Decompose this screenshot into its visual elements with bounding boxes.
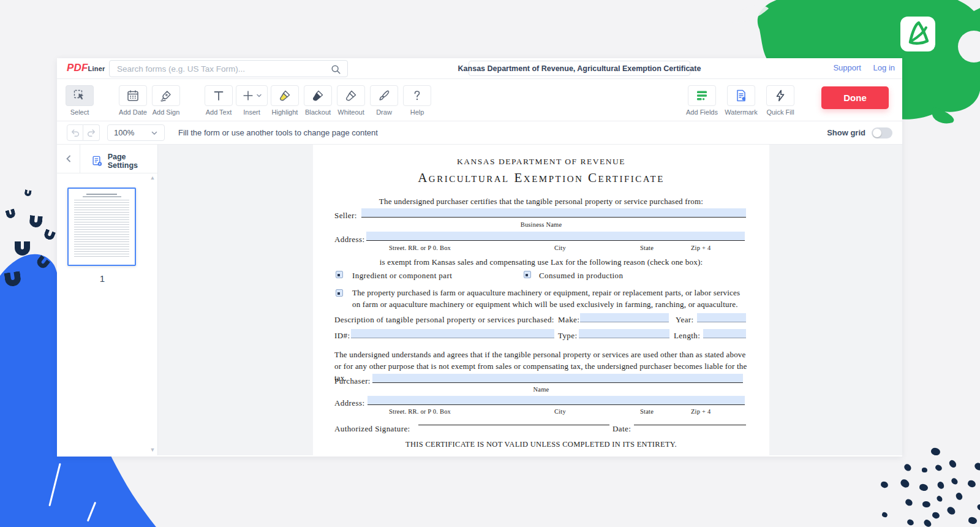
farm-machinery-checkbox[interactable] (336, 289, 343, 297)
main-toolbar: Select Add Date Add Sign (57, 79, 902, 121)
text-icon (211, 88, 226, 103)
tool-add-text[interactable]: Add Text (202, 85, 235, 116)
dot-decoration (967, 479, 977, 488)
dot-decoration (946, 506, 957, 516)
tool-help[interactable]: Help (401, 85, 434, 116)
tool-add-fields[interactable]: Add Fields (685, 85, 718, 116)
search-icon[interactable] (330, 64, 341, 75)
dot-decoration (936, 495, 944, 503)
tool-label: Add Text (206, 108, 232, 116)
signature-line (418, 417, 609, 425)
editor-hint-text: Fill the form or use another tools to ch… (178, 128, 378, 137)
year-field[interactable] (697, 313, 746, 322)
tool-highlight[interactable]: Highlight (268, 85, 301, 116)
tool-add-sign[interactable]: Add Sign (149, 85, 183, 116)
done-button[interactable]: Done (821, 86, 889, 109)
dot-decoration (922, 501, 931, 507)
tool-blackout[interactable]: Blackout (301, 85, 334, 116)
highlight-brush-icon (277, 88, 292, 103)
purchaser-address-label: Address: (334, 398, 364, 408)
undo-button[interactable] (67, 124, 83, 141)
doodle-u-icon (29, 215, 43, 228)
dot-decoration (976, 504, 980, 512)
redo-button[interactable] (83, 124, 100, 141)
tool-label: Insert (243, 108, 260, 116)
exempt-line: is exempt from Kansas sales and compensa… (313, 257, 769, 267)
doodle-u-icon (24, 189, 32, 197)
id-field[interactable] (351, 329, 554, 338)
editor-body: Page Settings 1 ▲ ▼ KANSAS DEPARTMENT OF (57, 145, 902, 455)
ingredient-checkbox[interactable] (336, 271, 343, 278)
seller-field[interactable] (361, 208, 746, 218)
tool-label: Add Fields (686, 108, 718, 116)
doc-title: Agricultural Exemption Certificate (313, 170, 769, 186)
date-label: Date: (612, 424, 631, 434)
scroll-up-icon[interactable]: ▲ (150, 175, 156, 181)
address-label: Address: (334, 235, 364, 245)
city-sublabel: City (554, 245, 566, 251)
tool-watermark[interactable]: Watermark (725, 85, 758, 116)
dot-decoration (907, 518, 915, 526)
show-grid-toggle[interactable] (872, 127, 892, 138)
type-field[interactable] (579, 329, 669, 338)
tool-label: Draw (376, 108, 392, 116)
scroll-down-icon[interactable]: ▼ (150, 447, 156, 453)
sidebar-header: Page Settings (57, 145, 157, 173)
search-input[interactable] (110, 61, 347, 77)
dot-decoration (904, 498, 913, 507)
tool-label: Quick Fill (766, 108, 794, 116)
pdfliner-app-window: PDFLiner Kansas Department of Revenue, A… (57, 58, 902, 457)
app-header: PDFLiner Kansas Department of Revenue, A… (57, 58, 902, 79)
year-label: Year: (676, 315, 694, 325)
tool-label: Highlight (272, 108, 298, 116)
consumed-checkbox-label: Consumed in production (539, 271, 623, 281)
draw-brush-icon (377, 88, 391, 103)
page-settings-icon (91, 155, 104, 167)
chevron-down-icon (256, 93, 262, 99)
chevron-down-icon (151, 129, 158, 137)
make-field[interactable] (580, 313, 669, 322)
zoom-select[interactable]: 100% (107, 124, 165, 141)
ingredient-checkbox-label: Ingredient or component part (352, 271, 452, 281)
make-label: Make: (558, 315, 579, 325)
blackout-brush-icon (311, 88, 325, 103)
tool-draw[interactable]: Draw (368, 85, 401, 116)
purchaser-address-field[interactable] (368, 396, 745, 405)
logo-pdf-text: PDF (67, 62, 88, 74)
tool-whiteout[interactable]: Whiteout (334, 85, 368, 116)
tool-label: Whiteout (337, 108, 364, 116)
zoom-value: 100% (114, 128, 134, 137)
consumed-checkbox[interactable] (524, 271, 531, 278)
length-label: Length: (674, 331, 700, 341)
chevron-left-icon (64, 154, 73, 163)
purchaser-field[interactable] (372, 374, 743, 383)
tool-insert[interactable]: Insert (235, 85, 268, 116)
doc-intro: The undersigned purchaser certifies that… (313, 197, 769, 207)
tool-label: Add Date (119, 108, 147, 116)
doodle-u-icon (5, 208, 16, 219)
document-title-badge: Kansas Department of Revenue, Agricultur… (469, 61, 690, 76)
pdfliner-logo[interactable]: PDFLiner (67, 62, 105, 74)
collapse-sidebar-button[interactable] (57, 145, 80, 173)
tool-label: Watermark (725, 108, 757, 116)
document-page: KANSAS DEPARTMENT OF REVENUE Agricultura… (313, 145, 769, 455)
whiteout-brush-icon (344, 88, 358, 103)
tool-label: Blackout (305, 108, 331, 116)
dot-decoration (948, 459, 957, 469)
dot-decoration (932, 512, 940, 520)
name-sublabel: Name (313, 386, 769, 393)
signature-pen-icon (159, 88, 173, 103)
page-settings-button[interactable]: Page Settings (91, 153, 157, 170)
tool-add-date[interactable]: Add Date (116, 85, 149, 116)
address-field[interactable] (366, 232, 745, 241)
tool-quick-fill[interactable]: Quick Fill (764, 85, 797, 116)
support-link[interactable]: Support (833, 63, 861, 72)
dot-decoration (930, 447, 941, 456)
login-link[interactable]: Log in (873, 63, 895, 72)
city-sublabel-2: City (554, 408, 566, 415)
page-thumbnail[interactable] (67, 188, 136, 266)
sidebar-scrollbar[interactable]: ▲ ▼ (149, 175, 156, 453)
tool-select[interactable]: Select (63, 85, 96, 116)
dot-decoration (968, 517, 978, 525)
length-field[interactable] (703, 329, 746, 338)
